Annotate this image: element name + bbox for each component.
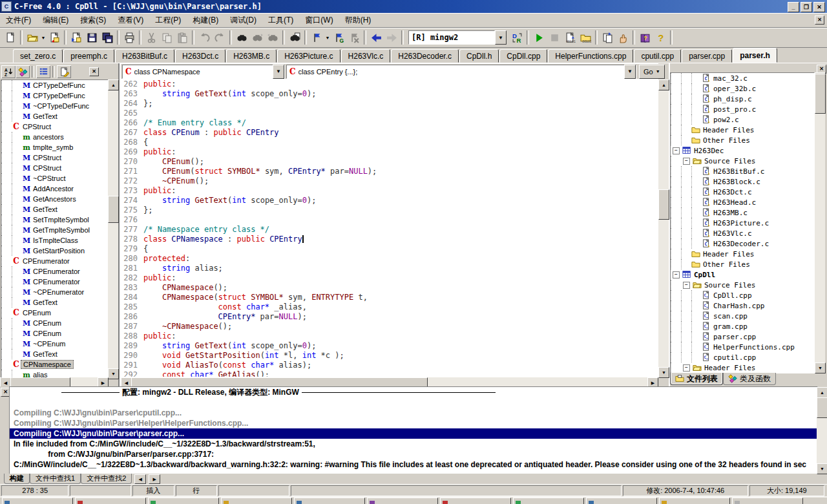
file-item-mac_32.c[interactable]: Cmac_32.c: [671, 73, 814, 83]
declaration-combo[interactable]: C class CPEntry {...}; ▼: [286, 65, 636, 79]
file-tab-H263MB.c[interactable]: H263MB.c: [226, 49, 277, 63]
taskbar-button[interactable]: [440, 498, 511, 504]
symbol-item-CPStruct[interactable]: CCPStruct: [1, 121, 109, 132]
taskbar-button[interactable]: [732, 498, 803, 504]
symbol-item-CPEnumerator[interactable]: MCPEnumerator: [1, 266, 109, 277]
code-line-280[interactable]: 280protected:: [121, 254, 658, 264]
symbol-item-GetText[interactable]: MGetText: [1, 349, 109, 359]
open-icon[interactable]: [25, 30, 40, 45]
code-line-271[interactable]: 271 CPEnum(struct SYMBOL* sym, CPEntry* …: [121, 167, 658, 176]
reference-book-icon[interactable]: ?: [637, 30, 653, 45]
menu-item-文件[interactable]: 文件(F): [0, 14, 37, 27]
file-item-CpDll.cpp[interactable]: C↔CpDll.cpp: [671, 290, 814, 300]
file-item-cputil.cpp[interactable]: C↔cputil.cpp: [671, 352, 814, 362]
output-line[interactable]: C:/MinGW/include/C__~1/322E8D~1.3/backwa…: [10, 459, 817, 470]
menu-item-调试[interactable]: 调试(D): [224, 14, 262, 27]
symbol-item-CPEnumerator[interactable]: MCPEnumerator: [1, 277, 109, 287]
output-line[interactable]: In file included from C:/MinGW/include/C…: [10, 439, 817, 449]
code-line-265[interactable]: 265: [121, 109, 658, 118]
menu-item-编辑[interactable]: 编辑(E): [37, 14, 74, 27]
symbol-item-SetTmplteSymbol[interactable]: MSetTmplteSymbol: [1, 215, 109, 225]
compile-icon[interactable]: 00101: [562, 30, 578, 45]
scroll-thumb[interactable]: [815, 74, 826, 114]
taskbar-button[interactable]: [221, 498, 292, 504]
symbols-hscrollbar[interactable]: ◀▶: [0, 377, 107, 387]
file-item-H263Vlc.c[interactable]: CH263Vlc.c: [671, 228, 814, 238]
scroll-thumb[interactable]: [108, 196, 119, 223]
scroll-thumb[interactable]: [658, 189, 669, 220]
file-item-Source Files[interactable]: −Source Files: [671, 280, 814, 290]
file-tab-H263Dct.c[interactable]: H263Dct.c: [175, 49, 225, 63]
symbol-item-GetText[interactable]: MGetText: [1, 204, 109, 215]
taskbar-button[interactable]: [513, 498, 584, 504]
output-line[interactable]: Compiling C:\WJJ\gnu\bin\Parser\Helper\H…: [10, 418, 817, 428]
symbol-item-~CPTypeDefFunc[interactable]: M~CPTypeDefFunc: [1, 101, 109, 111]
file-tab-set_zero.c[interactable]: set_zero.c: [13, 49, 63, 63]
code-line-277[interactable]: 277/* Namespace entry class */: [121, 225, 658, 235]
open-dropdown-icon[interactable]: ▼: [40, 30, 47, 45]
file-item-Header Files[interactable]: Header Files: [671, 249, 814, 259]
file-item-pow2.c[interactable]: Cpow2.c: [671, 114, 814, 125]
file-item-ph_disp.c[interactable]: Cph_disp.c: [671, 94, 814, 104]
files-scrollbar[interactable]: ▲▼: [815, 72, 825, 372]
scroll-down-icon[interactable]: ▼: [817, 463, 827, 474]
symbol-item-CPEnumerator[interactable]: CCPEnumerator: [1, 256, 109, 266]
output-tab-文件中查找1[interactable]: 文件中查找1: [30, 474, 81, 484]
file-item-H263MB.c[interactable]: CH263MB.c: [671, 207, 814, 218]
scroll-down-icon[interactable]: ▼: [815, 362, 826, 373]
taskbar-button[interactable]: [367, 498, 438, 504]
file-item-CharHash.cpp[interactable]: C↔CharHash.cpp: [671, 300, 814, 311]
code-line-275[interactable]: 275};: [121, 205, 658, 215]
collapse-icon[interactable]: −: [673, 147, 680, 154]
code-line-290[interactable]: 290 void GetStartPosition(int *l, int *c…: [121, 351, 658, 361]
code-line-262[interactable]: 262public:: [121, 79, 658, 89]
file-tab-H263Decoder.c[interactable]: H263Decoder.c: [391, 49, 459, 63]
symbol-item-CPEnum[interactable]: CCPEnum: [1, 308, 109, 318]
break-icon[interactable]: [615, 30, 631, 45]
collapse-icon[interactable]: −: [683, 282, 690, 289]
file-item-H263Dct.c[interactable]: CH263Dct.c: [671, 187, 814, 197]
restore-button[interactable]: ❐: [801, 2, 812, 12]
file-tab-H263Picture.c[interactable]: H263Picture.c: [277, 49, 340, 63]
navigate-back-icon[interactable]: [368, 30, 384, 45]
symbol-item-~CPEnumerator[interactable]: M~CPEnumerator: [1, 287, 109, 297]
code-line-289[interactable]: 289 string GetText(int scope_only=0);: [121, 341, 658, 351]
new-icon[interactable]: [3, 30, 18, 45]
code-line-272[interactable]: 272 ~CPEnum();: [121, 176, 658, 186]
close-button[interactable]: ✕: [813, 2, 825, 12]
symbol-item-CPTypeDefFunc[interactable]: MCPTypeDefFunc: [1, 90, 109, 101]
taskbar-button[interactable]: [2, 498, 73, 504]
compiler-combo[interactable]: [R] mingw2▼: [408, 30, 507, 45]
code-line-278[interactable]: 278class CPNamespace : public CPEntry: [121, 235, 658, 244]
rebuild-icon[interactable]: [600, 30, 615, 45]
code-line-269[interactable]: 269public:: [121, 147, 658, 157]
taskbar-button[interactable]: [586, 498, 657, 504]
find-in-files-icon[interactable]: [287, 30, 302, 45]
details-view-icon[interactable]: [57, 65, 71, 78]
file-tab-parser.h[interactable]: parser.h: [733, 48, 777, 63]
symbol-item-GetText[interactable]: MGetText: [1, 297, 109, 308]
code-line-282[interactable]: 282public:: [121, 273, 658, 283]
combo-dropdown-icon[interactable]: ▼: [624, 65, 636, 79]
symbols-scrollbar[interactable]: ▲▼: [108, 79, 118, 378]
file-item-gram.cpp[interactable]: C↔gram.cpp: [671, 321, 814, 331]
file-item-post_pro.c[interactable]: Cpost_pro.c: [671, 104, 814, 114]
editor-scrollbar[interactable]: ▲▼: [658, 79, 669, 377]
output-line[interactable]: Compiling C:\WJJ\gnu\bin\Parser\cputil.c…: [10, 408, 817, 418]
file-item-scan.cpp[interactable]: C↔scan.cpp: [671, 311, 814, 321]
code-line-268[interactable]: 268{: [121, 138, 658, 147]
project-item-H263Dec[interactable]: −H263Dec: [671, 145, 814, 156]
file-item-Header Files[interactable]: Header Files: [671, 125, 814, 135]
close-file-icon[interactable]: [47, 30, 62, 45]
save-as-icon[interactable]: [68, 30, 84, 45]
document-close-icon[interactable]: ✕: [815, 16, 824, 25]
menu-item-窗口[interactable]: 窗口(W): [299, 14, 339, 27]
code-line-287[interactable]: 287 ~CPNamespace();: [121, 322, 658, 331]
menu-item-工程[interactable]: 工程(P): [149, 14, 187, 27]
code-line-264[interactable]: 264};: [121, 99, 658, 109]
file-tab-HelperFunctions.cpp[interactable]: HelperFunctions.cpp: [548, 49, 633, 63]
output-tab-文件中查找2[interactable]: 文件中查找2: [81, 474, 132, 484]
taskbar-button[interactable]: [294, 498, 365, 504]
scroll-up-icon[interactable]: ▲: [108, 79, 119, 90]
tab-scroll-icon[interactable]: ◀: [134, 474, 146, 484]
